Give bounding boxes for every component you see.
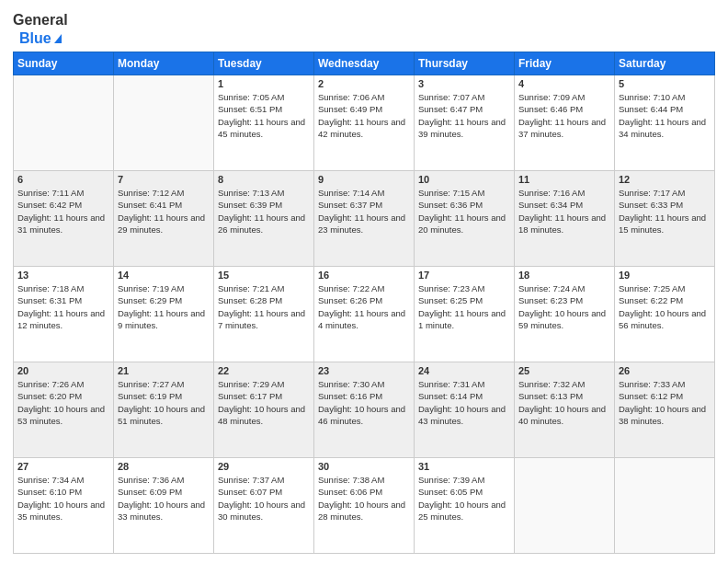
day-info: Sunrise: 7:34 AM Sunset: 6:10 PM Dayligh… bbox=[17, 474, 109, 523]
calendar-cell: 23Sunrise: 7:30 AM Sunset: 6:16 PM Dayli… bbox=[314, 362, 415, 458]
page: General Blue SundayMondayTuesdayWednesda… bbox=[0, 0, 728, 563]
day-number: 14 bbox=[118, 270, 210, 281]
day-info: Sunrise: 7:25 AM Sunset: 6:22 PM Dayligh… bbox=[619, 282, 711, 331]
day-info: Sunrise: 7:36 AM Sunset: 6:09 PM Dayligh… bbox=[118, 474, 210, 523]
logo-general: General bbox=[13, 13, 68, 28]
day-number: 11 bbox=[518, 174, 610, 185]
day-info: Sunrise: 7:19 AM Sunset: 6:29 PM Dayligh… bbox=[118, 282, 210, 331]
calendar-week-3: 13Sunrise: 7:18 AM Sunset: 6:31 PM Dayli… bbox=[14, 267, 715, 362]
day-number: 5 bbox=[619, 78, 711, 89]
day-info: Sunrise: 7:24 AM Sunset: 6:23 PM Dayligh… bbox=[518, 282, 610, 331]
day-info: Sunrise: 7:23 AM Sunset: 6:25 PM Dayligh… bbox=[418, 282, 510, 331]
calendar-cell: 20Sunrise: 7:26 AM Sunset: 6:20 PM Dayli… bbox=[14, 362, 114, 458]
weekday-header-tuesday: Tuesday bbox=[214, 52, 314, 75]
calendar-cell: 21Sunrise: 7:27 AM Sunset: 6:19 PM Dayli… bbox=[114, 362, 214, 458]
day-number: 20 bbox=[17, 365, 109, 376]
day-info: Sunrise: 7:09 AM Sunset: 6:46 PM Dayligh… bbox=[518, 91, 610, 140]
calendar-cell: 31Sunrise: 7:39 AM Sunset: 6:05 PM Dayli… bbox=[415, 458, 515, 554]
day-info: Sunrise: 7:31 AM Sunset: 6:14 PM Dayligh… bbox=[418, 378, 510, 427]
weekday-header-thursday: Thursday bbox=[415, 52, 515, 75]
header: General Blue bbox=[13, 9, 715, 46]
logo-arrow-icon bbox=[54, 34, 62, 43]
day-number: 18 bbox=[518, 270, 610, 281]
day-info: Sunrise: 7:15 AM Sunset: 6:36 PM Dayligh… bbox=[418, 187, 510, 236]
day-info: Sunrise: 7:12 AM Sunset: 6:41 PM Dayligh… bbox=[118, 187, 210, 236]
calendar-cell: 5Sunrise: 7:10 AM Sunset: 6:44 PM Daylig… bbox=[615, 75, 715, 171]
calendar-cell: 1Sunrise: 7:05 AM Sunset: 6:51 PM Daylig… bbox=[214, 75, 314, 171]
day-info: Sunrise: 7:27 AM Sunset: 6:19 PM Dayligh… bbox=[118, 378, 210, 427]
calendar-cell: 12Sunrise: 7:17 AM Sunset: 6:33 PM Dayli… bbox=[615, 171, 715, 267]
logo-blue: Blue bbox=[19, 31, 62, 46]
calendar-cell: 2Sunrise: 7:06 AM Sunset: 6:49 PM Daylig… bbox=[314, 75, 415, 171]
day-number: 21 bbox=[118, 365, 210, 376]
day-number: 27 bbox=[17, 461, 109, 472]
calendar-cell: 18Sunrise: 7:24 AM Sunset: 6:23 PM Dayli… bbox=[515, 267, 615, 362]
day-number: 9 bbox=[318, 174, 410, 185]
day-info: Sunrise: 7:17 AM Sunset: 6:33 PM Dayligh… bbox=[619, 187, 711, 236]
day-info: Sunrise: 7:11 AM Sunset: 6:42 PM Dayligh… bbox=[17, 187, 109, 236]
calendar-week-1: 1Sunrise: 7:05 AM Sunset: 6:51 PM Daylig… bbox=[14, 75, 715, 171]
calendar-table: SundayMondayTuesdayWednesdayThursdayFrid… bbox=[13, 52, 715, 554]
day-info: Sunrise: 7:05 AM Sunset: 6:51 PM Dayligh… bbox=[218, 91, 310, 140]
calendar-cell: 6Sunrise: 7:11 AM Sunset: 6:42 PM Daylig… bbox=[14, 171, 114, 267]
calendar-week-5: 27Sunrise: 7:34 AM Sunset: 6:10 PM Dayli… bbox=[14, 458, 715, 554]
day-number: 10 bbox=[418, 174, 510, 185]
calendar-cell: 28Sunrise: 7:36 AM Sunset: 6:09 PM Dayli… bbox=[114, 458, 214, 554]
calendar-cell: 17Sunrise: 7:23 AM Sunset: 6:25 PM Dayli… bbox=[415, 267, 515, 362]
day-info: Sunrise: 7:22 AM Sunset: 6:26 PM Dayligh… bbox=[318, 282, 410, 331]
calendar-cell: 27Sunrise: 7:34 AM Sunset: 6:10 PM Dayli… bbox=[14, 458, 114, 554]
day-number: 29 bbox=[218, 461, 310, 472]
weekday-header-saturday: Saturday bbox=[615, 52, 715, 75]
calendar-cell: 19Sunrise: 7:25 AM Sunset: 6:22 PM Dayli… bbox=[615, 267, 715, 362]
weekday-header-row: SundayMondayTuesdayWednesdayThursdayFrid… bbox=[14, 52, 715, 75]
day-info: Sunrise: 7:16 AM Sunset: 6:34 PM Dayligh… bbox=[518, 187, 610, 236]
weekday-header-monday: Monday bbox=[114, 52, 214, 75]
day-number: 25 bbox=[518, 365, 610, 376]
day-info: Sunrise: 7:32 AM Sunset: 6:13 PM Dayligh… bbox=[518, 378, 610, 427]
day-number: 1 bbox=[218, 78, 310, 89]
day-number: 28 bbox=[118, 461, 210, 472]
day-info: Sunrise: 7:14 AM Sunset: 6:37 PM Dayligh… bbox=[318, 187, 410, 236]
day-number: 4 bbox=[518, 78, 610, 89]
day-number: 6 bbox=[17, 174, 109, 185]
calendar-cell: 29Sunrise: 7:37 AM Sunset: 6:07 PM Dayli… bbox=[214, 458, 314, 554]
day-number: 8 bbox=[218, 174, 310, 185]
calendar-cell: 15Sunrise: 7:21 AM Sunset: 6:28 PM Dayli… bbox=[214, 267, 314, 362]
day-number: 15 bbox=[218, 270, 310, 281]
calendar-cell: 3Sunrise: 7:07 AM Sunset: 6:47 PM Daylig… bbox=[415, 75, 515, 171]
day-info: Sunrise: 7:10 AM Sunset: 6:44 PM Dayligh… bbox=[619, 91, 711, 140]
day-info: Sunrise: 7:13 AM Sunset: 6:39 PM Dayligh… bbox=[218, 187, 310, 236]
calendar-cell: 11Sunrise: 7:16 AM Sunset: 6:34 PM Dayli… bbox=[515, 171, 615, 267]
day-number: 13 bbox=[17, 270, 109, 281]
calendar-cell: 8Sunrise: 7:13 AM Sunset: 6:39 PM Daylig… bbox=[214, 171, 314, 267]
day-number: 22 bbox=[218, 365, 310, 376]
calendar-cell bbox=[515, 458, 615, 554]
calendar-cell: 7Sunrise: 7:12 AM Sunset: 6:41 PM Daylig… bbox=[114, 171, 214, 267]
calendar-week-4: 20Sunrise: 7:26 AM Sunset: 6:20 PM Dayli… bbox=[14, 362, 715, 458]
day-info: Sunrise: 7:07 AM Sunset: 6:47 PM Dayligh… bbox=[418, 91, 510, 140]
weekday-header-friday: Friday bbox=[515, 52, 615, 75]
calendar-cell: 24Sunrise: 7:31 AM Sunset: 6:14 PM Dayli… bbox=[415, 362, 515, 458]
day-number: 3 bbox=[418, 78, 510, 89]
day-info: Sunrise: 7:33 AM Sunset: 6:12 PM Dayligh… bbox=[619, 378, 711, 427]
day-info: Sunrise: 7:37 AM Sunset: 6:07 PM Dayligh… bbox=[218, 474, 310, 523]
day-number: 2 bbox=[318, 78, 410, 89]
day-number: 19 bbox=[619, 270, 711, 281]
calendar-cell: 25Sunrise: 7:32 AM Sunset: 6:13 PM Dayli… bbox=[515, 362, 615, 458]
calendar-week-2: 6Sunrise: 7:11 AM Sunset: 6:42 PM Daylig… bbox=[14, 171, 715, 267]
calendar-cell: 9Sunrise: 7:14 AM Sunset: 6:37 PM Daylig… bbox=[314, 171, 415, 267]
day-number: 30 bbox=[318, 461, 410, 472]
day-number: 31 bbox=[418, 461, 510, 472]
day-info: Sunrise: 7:18 AM Sunset: 6:31 PM Dayligh… bbox=[17, 282, 109, 331]
day-info: Sunrise: 7:39 AM Sunset: 6:05 PM Dayligh… bbox=[418, 474, 510, 523]
calendar-cell: 30Sunrise: 7:38 AM Sunset: 6:06 PM Dayli… bbox=[314, 458, 415, 554]
calendar-cell bbox=[615, 458, 715, 554]
calendar-cell: 13Sunrise: 7:18 AM Sunset: 6:31 PM Dayli… bbox=[14, 267, 114, 362]
calendar-cell: 14Sunrise: 7:19 AM Sunset: 6:29 PM Dayli… bbox=[114, 267, 214, 362]
calendar-cell: 26Sunrise: 7:33 AM Sunset: 6:12 PM Dayli… bbox=[615, 362, 715, 458]
weekday-header-sunday: Sunday bbox=[14, 52, 114, 75]
calendar-cell bbox=[114, 75, 214, 171]
day-info: Sunrise: 7:26 AM Sunset: 6:20 PM Dayligh… bbox=[17, 378, 109, 427]
calendar-cell: 22Sunrise: 7:29 AM Sunset: 6:17 PM Dayli… bbox=[214, 362, 314, 458]
day-number: 17 bbox=[418, 270, 510, 281]
